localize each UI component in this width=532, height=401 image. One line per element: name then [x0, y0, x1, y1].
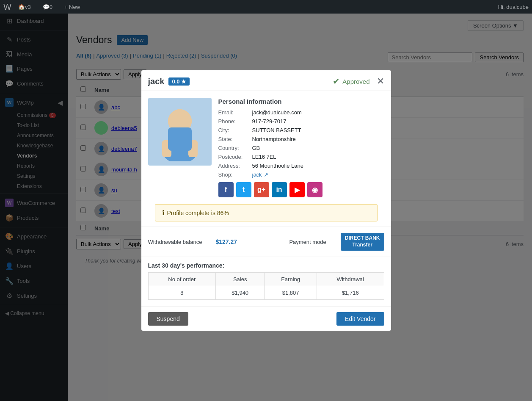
wp-logo-icon[interactable]: W [3, 2, 11, 12]
info-row-state: State: Northamptonshire [218, 136, 384, 142]
performance-title: Last 30 day's performance: [148, 262, 384, 269]
adminbar-user: Hi, dualcube [498, 4, 529, 10]
perf-data-row: 8 $1,940 $1,807 $1,716 [148, 286, 384, 299]
balance-value: $127.27 [215, 238, 237, 245]
payment-mode-line2: Transfer [345, 242, 380, 249]
rating-badge: 0.0 ★ [168, 77, 190, 86]
info-row-postcode: Postcode: LE16 7EL [218, 154, 384, 160]
modal-header: jack 0.0 ★ ✔ Approved ✕ [141, 70, 391, 91]
payment-badge: DIRECT BANK Transfer [341, 233, 384, 250]
modal-status-text: Approved [342, 78, 369, 85]
info-row-shop: Shop: jack ↗ [218, 171, 384, 178]
modal-body: Personal Information Email: jack@dualcub… [141, 91, 391, 306]
check-icon: ✔ [333, 76, 340, 86]
performance-table: No of order Sales Earning Withdrawal 8 $… [148, 272, 384, 300]
modal-status: ✔ Approved [333, 76, 369, 86]
info-row-email: Email: jack@dualcube.com [218, 109, 384, 116]
payment-mode-line1: DIRECT BANK [345, 235, 380, 242]
youtube-icon[interactable]: ▶ [289, 182, 305, 197]
modal-close-btn[interactable]: ✕ [377, 77, 384, 86]
admin-bar: W 🏠 v3 💬 0 + New Hi, dualcube [0, 0, 532, 14]
adminbar-site[interactable]: 🏠 v3 [15, 0, 34, 14]
modal-overlay[interactable]: jack 0.0 ★ ✔ Approved ✕ [0, 0, 532, 401]
vendor-modal: jack 0.0 ★ ✔ Approved ✕ [141, 70, 391, 330]
modal-vendor-name: jack [148, 77, 165, 86]
user-greeting: Hi, dualcube [498, 4, 529, 10]
balance-label: Withdrawable balance [148, 239, 202, 245]
new-label: + New [64, 4, 80, 10]
perf-sales-value: $1,940 [216, 286, 265, 299]
perf-col-sales: Sales [216, 272, 265, 286]
personal-info: Personal Information Email: jack@dualcub… [218, 98, 384, 197]
modal-footer: Suspend Edit Vendor [141, 307, 391, 331]
social-icons: f t g+ in ▶ ◉ [218, 182, 384, 197]
external-link-icon: ↗ [264, 171, 268, 178]
modal-balance-section: Withdrawable balance $127.27 Payment mod… [141, 227, 391, 256]
perf-orders-value: 8 [148, 286, 216, 299]
adminbar-new[interactable]: + New [61, 0, 83, 14]
performance-section: Last 30 day's performance: No of order S… [141, 257, 391, 307]
payment-label: Payment mode [289, 239, 326, 245]
gplus-icon[interactable]: g+ [254, 182, 269, 197]
personal-info-title: Personal Information [218, 98, 384, 105]
perf-earning-value: $1,807 [265, 286, 317, 299]
svg-rect-6 [168, 127, 192, 151]
comments-count: 0 [50, 4, 52, 10]
vendor-avatar-large [148, 98, 212, 166]
linkedin-icon[interactable]: in [272, 182, 287, 197]
adminbar-comments[interactable]: 💬 0 [39, 0, 56, 14]
shop-link[interactable]: jack ↗ [252, 171, 268, 178]
twitter-icon[interactable]: t [236, 182, 251, 197]
suspend-btn[interactable]: Suspend [148, 312, 188, 326]
info-row-country: Country: GB [218, 145, 384, 151]
perf-col-orders: No of order [148, 272, 216, 286]
profile-complete-text: Profile complete is 86% [167, 210, 229, 216]
site-name: v3 [25, 4, 31, 10]
instagram-icon[interactable]: ◉ [307, 182, 323, 197]
perf-withdrawal-value: $1,716 [317, 286, 384, 299]
info-row-city: City: SUTTON BASSETT [218, 127, 384, 133]
edit-vendor-btn[interactable]: Edit Vendor [336, 312, 384, 326]
facebook-icon[interactable]: f [218, 182, 234, 197]
info-row-phone: Phone: 917-729-7017 [218, 118, 384, 124]
info-row-address: Address: 56 Mounthoolie Lane [218, 163, 384, 169]
perf-col-withdrawal: Withdrawal [317, 272, 384, 286]
perf-col-earning: Earning [265, 272, 317, 286]
profile-complete-bar: ℹ Profile complete is 86% [155, 204, 378, 221]
modal-top-section: Personal Information Email: jack@dualcub… [141, 91, 391, 204]
info-circle-icon: ℹ [162, 209, 165, 217]
